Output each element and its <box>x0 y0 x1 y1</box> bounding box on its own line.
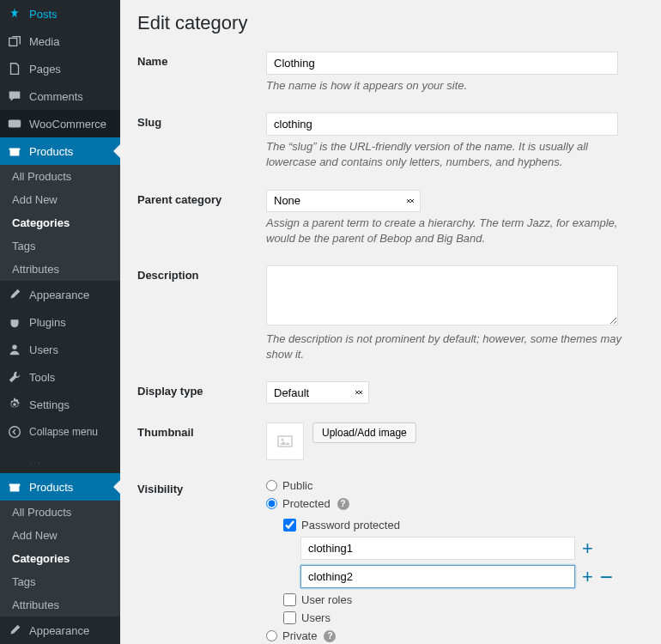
collapse-icon <box>7 424 22 440</box>
svg-rect-1 <box>9 120 21 128</box>
submenu-add-new-2[interactable]: Add New <box>0 524 120 547</box>
menu-unknown[interactable]: … <box>0 446 120 473</box>
menu-products-2[interactable]: Products <box>0 473 120 501</box>
submenu-attributes-2[interactable]: Attributes <box>0 593 120 617</box>
menu-products[interactable]: Products <box>0 137 120 165</box>
name-input[interactable] <box>266 52 618 75</box>
display-type-select[interactable]: Default <box>266 381 369 404</box>
menu-label: Comments <box>29 90 83 103</box>
upload-image-button[interactable]: Upload/Add image <box>312 422 416 443</box>
brush-icon <box>7 623 22 638</box>
password-input-1[interactable] <box>300 537 575 560</box>
password-protected-label: Password protected <box>301 519 400 532</box>
menu-label: Appearance <box>29 289 89 301</box>
submenu-2: All Products Add New Categories Tags Att… <box>0 501 120 617</box>
user-roles-label: User roles <box>301 593 352 606</box>
brush-icon <box>7 287 22 302</box>
slug-input[interactable] <box>266 112 618 136</box>
menu-label: Appearance <box>29 624 89 637</box>
remove-password-icon[interactable]: − <box>600 566 613 588</box>
svg-rect-0 <box>9 38 17 46</box>
user-roles-checkbox[interactable] <box>283 593 296 606</box>
user-icon <box>7 342 22 357</box>
collapse-label: Collapse menu <box>29 426 98 438</box>
menu-settings[interactable]: Settings <box>0 391 120 418</box>
visibility-private-radio[interactable] <box>266 630 277 641</box>
media-icon <box>7 33 22 49</box>
visibility-protected-radio[interactable] <box>266 498 277 509</box>
menu-woocommerce[interactable]: WooCommerce <box>0 110 120 137</box>
pin-icon <box>7 6 22 21</box>
thumbnail-placeholder <box>266 422 304 460</box>
visibility-private-label: Private <box>282 629 317 642</box>
submenu-categories-2[interactable]: Categories <box>0 547 120 570</box>
collapse-menu[interactable]: Collapse menu <box>0 418 120 446</box>
slug-description: The “slug” is the URL-friendly version o… <box>266 139 635 170</box>
users-label: Users <box>301 611 330 624</box>
menu-label: WooCommerce <box>29 118 106 131</box>
menu-label: Users <box>29 343 58 356</box>
help-icon[interactable]: ? <box>337 498 349 510</box>
menu-tools[interactable]: Tools <box>0 363 120 391</box>
menu-label: Tools <box>29 371 55 384</box>
wrench-icon <box>7 369 22 385</box>
comment-icon <box>7 88 22 104</box>
menu-users[interactable]: Users <box>0 336 120 363</box>
gear-icon <box>7 397 22 412</box>
menu-appearance-2[interactable]: Appearance <box>0 617 120 644</box>
archive-icon <box>7 143 22 159</box>
visibility-protected-label: Protected <box>282 497 330 510</box>
submenu-add-new[interactable]: Add New <box>0 188 120 211</box>
menu-label: Posts <box>29 8 58 21</box>
submenu-tags-2[interactable]: Tags <box>0 570 120 593</box>
menu-label: Products <box>29 145 73 158</box>
submenu-tags[interactable]: Tags <box>0 234 120 258</box>
parent-description: Assign a parent term to create a hierarc… <box>266 216 635 246</box>
main-content: Edit category Name The name is how it ap… <box>120 0 661 644</box>
description-description: The description is not prominent by defa… <box>266 331 635 362</box>
svg-point-2 <box>12 345 16 349</box>
menu-label: Pages <box>29 63 61 76</box>
menu-plugins[interactable]: Plugins <box>0 308 120 336</box>
help-icon[interactable]: ? <box>324 630 336 642</box>
name-description: The name is how it appears on your site. <box>266 78 635 94</box>
svg-point-3 <box>9 427 21 438</box>
users-checkbox[interactable] <box>283 611 296 624</box>
add-password-icon[interactable]: + <box>582 539 593 558</box>
slug-label: Slug <box>137 112 266 129</box>
password-input-2[interactable] <box>300 565 575 588</box>
menu-media[interactable]: Media <box>0 27 120 55</box>
menu-label: Media <box>29 35 59 48</box>
description-label: Description <box>137 265 266 282</box>
menu-label: Plugins <box>29 316 66 329</box>
menu-label: Settings <box>29 398 70 411</box>
submenu-all-products[interactable]: All Products <box>0 165 120 188</box>
admin-sidebar: Posts Media Pages Comments WooCommerce P… <box>0 0 120 644</box>
submenu: All Products Add New Categories Tags Att… <box>0 165 120 281</box>
password-protected-checkbox[interactable] <box>283 519 296 532</box>
menu-posts[interactable]: Posts <box>0 0 120 27</box>
submenu-attributes[interactable]: Attributes <box>0 258 120 281</box>
menu-label: Products <box>29 481 73 494</box>
display-type-label: Display type <box>137 381 266 398</box>
submenu-all-products-2[interactable]: All Products <box>0 501 120 524</box>
plug-icon <box>7 314 22 330</box>
visibility-label: Visibility <box>137 479 266 495</box>
archive-icon <box>7 479 22 495</box>
parent-select[interactable]: None <box>266 190 421 212</box>
submenu-categories[interactable]: Categories <box>0 211 120 234</box>
menu-pages[interactable]: Pages <box>0 55 120 82</box>
name-label: Name <box>137 52 266 68</box>
thumbnail-label: Thumbnail <box>137 422 266 439</box>
woo-icon <box>7 116 22 131</box>
menu-comments[interactable]: Comments <box>0 82 120 110</box>
menu-appearance[interactable]: Appearance <box>0 281 120 308</box>
description-textarea[interactable] <box>266 265 618 325</box>
page-icon <box>7 61 22 76</box>
parent-label: Parent category <box>137 190 266 206</box>
page-title: Edit category <box>137 9 644 34</box>
svg-point-6 <box>282 439 284 441</box>
visibility-public-radio[interactable] <box>266 480 277 491</box>
image-icon <box>276 433 294 450</box>
add-password-icon[interactable]: + <box>582 568 593 586</box>
